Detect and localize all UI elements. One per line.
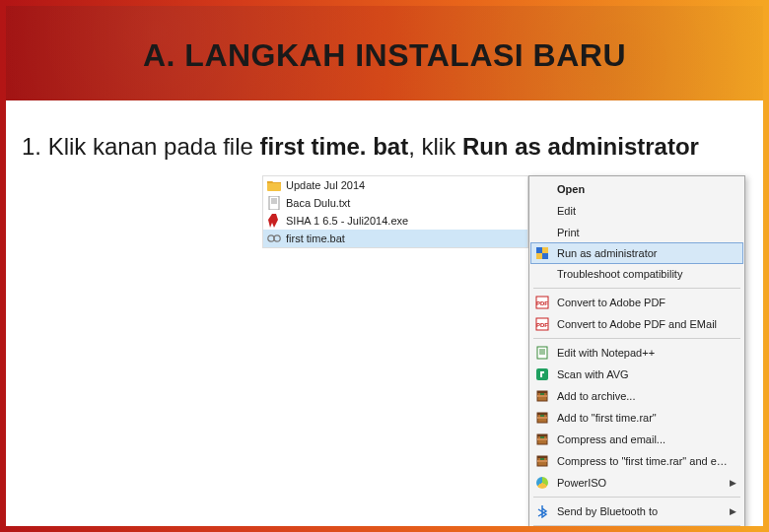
svg-rect-30 bbox=[540, 458, 544, 460]
submenu-arrow-icon: ▶ bbox=[730, 506, 736, 516]
menu-item[interactable]: Run as administrator bbox=[530, 242, 743, 264]
menu-item[interactable]: Print bbox=[531, 222, 742, 243]
archive-icon bbox=[533, 388, 551, 404]
menu-item-label: Convert to Adobe PDF bbox=[557, 297, 736, 308]
menu-separator bbox=[533, 338, 740, 339]
svg-rect-20 bbox=[537, 413, 547, 415]
menu-item[interactable]: PDFConvert to Adobe PDF bbox=[531, 292, 742, 313]
svg-rect-26 bbox=[540, 436, 544, 438]
text-file-icon bbox=[267, 196, 281, 210]
instruction-prefix: 1. Klik kanan pada file bbox=[22, 133, 260, 160]
shield-icon bbox=[533, 245, 551, 261]
menu-item-label: Compress and email... bbox=[557, 433, 736, 445]
svg-text:PDF: PDF bbox=[536, 322, 548, 328]
file-name: SIHA 1 6.5 - Juli2014.exe bbox=[286, 215, 408, 227]
menu-item-label: Add to archive... bbox=[557, 390, 736, 402]
svg-rect-17 bbox=[537, 395, 547, 397]
file-name: Baca Dulu.txt bbox=[286, 197, 350, 209]
poweriso-icon bbox=[533, 475, 551, 491]
menu-item-label: Edit bbox=[557, 205, 736, 217]
slide-title: A. LANGKAH INSTALASI BARU bbox=[0, 37, 769, 74]
instruction-bold-filename: first time. bat bbox=[260, 133, 409, 160]
menu-item[interactable]: Edit with Notepad++ bbox=[531, 342, 742, 364]
menu-item-label: Compress to "first time.rar" and email bbox=[557, 455, 736, 467]
instruction-bold-action: Run as administrator bbox=[462, 133, 699, 160]
batch-file-icon bbox=[267, 232, 281, 245]
menu-item[interactable]: PowerISO▶ bbox=[531, 472, 742, 494]
file-name: Update Jul 2014 bbox=[286, 179, 365, 191]
archive-icon bbox=[533, 432, 551, 447]
menu-item[interactable]: Compress and email... bbox=[531, 429, 742, 450]
menu-item[interactable]: Send by Bluetooth to▶ bbox=[531, 500, 742, 522]
menu-item-label: Add to "first time.rar" bbox=[557, 412, 736, 424]
file-name: first time.bat bbox=[286, 233, 345, 244]
menu-item-label: Open bbox=[557, 183, 736, 195]
menu-item-label: Print bbox=[557, 227, 736, 238]
menu-item-label: Edit with Notepad++ bbox=[557, 347, 736, 359]
menu-separator bbox=[533, 497, 740, 498]
menu-item-label: Troubleshoot compatibility bbox=[557, 268, 736, 280]
pdf-icon: PDF bbox=[533, 316, 551, 332]
explorer-screenshot: Update Jul 2014Baca Dulu.txtSIHA 1 6.5 -… bbox=[262, 175, 755, 248]
menu-item[interactable]: Compress to "first time.rar" and email bbox=[531, 450, 742, 472]
svg-rect-16 bbox=[537, 391, 547, 393]
svg-rect-22 bbox=[540, 415, 544, 417]
menu-item[interactable]: Troubleshoot compatibility bbox=[531, 263, 742, 285]
menu-separator bbox=[533, 525, 740, 526]
svg-text:PDF: PDF bbox=[536, 300, 548, 306]
file-row[interactable]: SIHA 1 6.5 - Juli2014.exe bbox=[263, 212, 527, 230]
svg-rect-10 bbox=[537, 347, 547, 359]
menu-item[interactable]: Add to "first time.rar" bbox=[531, 407, 742, 429]
bluetooth-icon bbox=[533, 503, 551, 519]
archive-icon bbox=[533, 453, 551, 469]
instruction-text: 1. Klik kanan pada file first time. bat,… bbox=[22, 132, 747, 162]
instruction-mid: , klik bbox=[408, 133, 462, 160]
menu-item-label: Scan with AVG bbox=[557, 368, 736, 380]
file-row[interactable]: first time.bat bbox=[263, 230, 527, 247]
menu-item-label: PowerISO bbox=[557, 477, 724, 489]
context-menu: OpenEditPrintRun as administratorTrouble… bbox=[528, 175, 745, 532]
svg-rect-29 bbox=[537, 460, 547, 462]
menu-item[interactable]: PDFConvert to Adobe PDF and EMail bbox=[531, 313, 742, 335]
svg-rect-28 bbox=[537, 456, 547, 458]
menu-item[interactable]: Open bbox=[531, 178, 742, 200]
svg-rect-24 bbox=[537, 434, 547, 436]
menu-item[interactable]: Edit bbox=[531, 200, 742, 222]
svg-rect-25 bbox=[537, 438, 547, 440]
svg-rect-21 bbox=[537, 417, 547, 419]
ribbon-icon bbox=[267, 214, 281, 228]
menu-separator bbox=[533, 288, 740, 289]
menu-item-label: Send by Bluetooth to bbox=[557, 505, 724, 517]
notepad-icon bbox=[533, 345, 551, 361]
file-row[interactable]: Update Jul 2014 bbox=[263, 176, 527, 194]
menu-item[interactable]: Scan with AVG bbox=[531, 364, 742, 385]
menu-item-label: Convert to Adobe PDF and EMail bbox=[557, 318, 736, 330]
pdf-icon: PDF bbox=[533, 295, 551, 310]
menu-item-label: Run as administrator bbox=[557, 247, 736, 259]
file-list: Update Jul 2014Baca Dulu.txtSIHA 1 6.5 -… bbox=[262, 175, 528, 248]
archive-icon bbox=[533, 410, 551, 426]
submenu-arrow-icon: ▶ bbox=[730, 478, 736, 488]
menu-item[interactable]: Add to archive... bbox=[531, 385, 742, 407]
avg-icon bbox=[533, 366, 551, 382]
folder-icon bbox=[267, 178, 281, 192]
svg-rect-18 bbox=[540, 393, 544, 395]
file-row[interactable]: Baca Dulu.txt bbox=[263, 194, 527, 212]
